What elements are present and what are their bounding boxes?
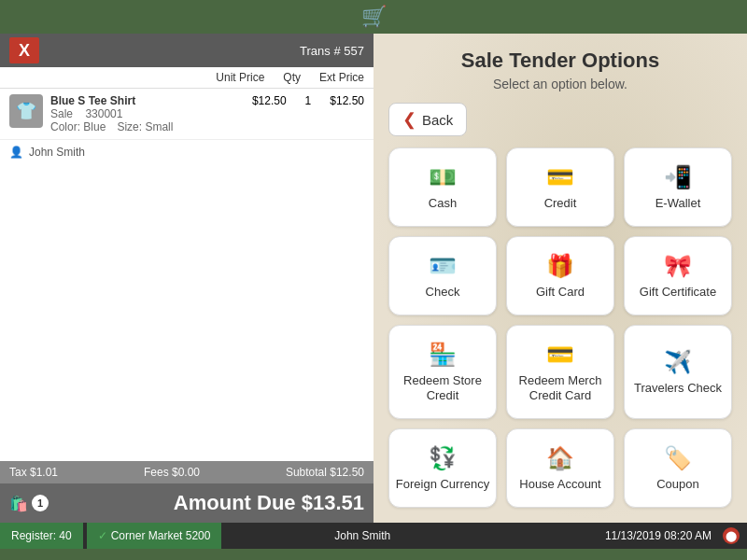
customer-row: 👤 John Smith	[0, 140, 374, 164]
fees-label: Fees $0.00	[144, 466, 200, 479]
option-icon-check: 🪪	[429, 253, 457, 279]
option-label-credit: Credit	[544, 196, 577, 211]
store-check-icon: ✓	[98, 529, 107, 542]
store-segment: ✓ Corner Market 5200	[87, 523, 222, 549]
option-label-check: Check	[426, 285, 460, 300]
option-icon-ewallet: 📲	[664, 164, 692, 190]
x-logo: X	[9, 37, 39, 63]
customer-name: John Smith	[29, 146, 85, 159]
item-name: Blue S Tee Shirt	[50, 94, 252, 107]
status-right: 11/13/2019 08:20 AM ⬤	[605, 527, 747, 544]
option-label-giftcert: Gift Certificate	[640, 285, 716, 300]
option-label-giftcard: Gift Card	[536, 285, 585, 300]
option-btn-redeemmerch[interactable]: 💳 Redeem Merch Credit Card	[506, 325, 614, 419]
price-row: $12.50 1 $12.50	[252, 94, 364, 107]
customer-icon: 👤	[9, 146, 23, 159]
back-label: Back	[422, 112, 453, 128]
option-icon-credit: 💳	[546, 164, 574, 190]
col-header-space	[9, 71, 216, 84]
option-btn-cash[interactable]: 💵 Cash	[388, 147, 497, 227]
option-btn-credit[interactable]: 💳 Credit	[506, 147, 614, 227]
amount-due-text: Amount Due $13.51	[174, 491, 364, 515]
right-panel: Sale Tender Options Select an option bel…	[374, 34, 747, 523]
qty-val: 1	[305, 94, 312, 107]
option-icon-foreigncurrency: 💱	[429, 445, 457, 471]
option-label-foreigncurrency: Foreign Currency	[396, 477, 489, 492]
col-qty: Qty	[283, 71, 301, 84]
option-btn-redeemstore[interactable]: 🏪 Redeem Store Credit	[388, 325, 497, 419]
subtotal-label: Subtotal $12.50	[286, 466, 364, 479]
col-unit-price: Unit Price	[216, 71, 264, 84]
item-attrs: Color: Blue Size: Small	[50, 120, 252, 133]
option-btn-travelerscheck[interactable]: ✈️ Travelers Check	[624, 325, 732, 419]
bag-badge: 1	[32, 495, 49, 511]
datetime-label: 11/13/2019 08:20 AM	[605, 529, 712, 542]
register-segment: Register: 40	[0, 523, 83, 549]
option-icon-houseaccount: 🏠	[546, 445, 574, 471]
back-button[interactable]: ❮ Back	[388, 103, 467, 136]
trans-info: Trans # 557	[300, 44, 364, 58]
option-icon-giftcard: 🎁	[546, 253, 574, 279]
column-headers: Unit Price Qty Ext Price	[0, 67, 374, 89]
left-footer: Tax $1.01 Fees $0.00 Subtotal $12.50	[0, 461, 374, 483]
unit-price-val: $12.50	[252, 94, 287, 107]
options-grid: 💵 Cash 💳 Credit 📲 E-Wallet 🪪 Check 🎁 Gif…	[388, 147, 732, 508]
option-label-redeemstore: Redeem Store Credit	[395, 373, 490, 402]
option-btn-giftcert[interactable]: 🎀 Gift Certificate	[624, 236, 732, 315]
status-bar: Register: 40 ✓ Corner Market 5200 John S…	[0, 523, 747, 549]
option-btn-check[interactable]: 🪪 Check	[388, 236, 497, 315]
option-icon-coupon: 🏷️	[664, 445, 692, 471]
amount-due-bar: 🛍️ 1 Amount Due $13.51	[0, 483, 374, 523]
option-label-cash: Cash	[429, 196, 457, 211]
option-icon-redeemstore: 🏪	[429, 342, 457, 368]
ext-price-val: $12.50	[330, 94, 364, 107]
left-header: X Trans # 557	[0, 34, 374, 67]
option-label-travelerscheck: Travelers Check	[634, 381, 722, 396]
item-row: 👕 Blue S Tee Shirt Sale 330001 Color: Bl…	[0, 89, 374, 140]
col-ext-price: Ext Price	[319, 71, 364, 84]
option-btn-coupon[interactable]: 🏷️ Coupon	[624, 428, 732, 508]
tax-label: Tax $1.01	[9, 466, 58, 479]
right-title: Sale Tender Options	[388, 49, 732, 73]
option-btn-houseaccount[interactable]: 🏠 House Account	[506, 428, 614, 508]
item-prices: $12.50 1 $12.50	[252, 94, 364, 107]
cashier-name: John Smith	[334, 529, 390, 542]
option-icon-cash: 💵	[429, 164, 457, 190]
option-label-houseaccount: House Account	[519, 477, 600, 492]
item-thumbnail: 👕	[9, 94, 43, 128]
option-btn-giftcard[interactable]: 🎁 Gift Card	[506, 236, 614, 315]
item-details: Blue S Tee Shirt Sale 330001 Color: Blue…	[50, 94, 252, 133]
item-sub: Sale 330001	[50, 107, 252, 120]
store-label: Corner Market 5200	[111, 529, 211, 542]
option-label-ewallet: E-Wallet	[655, 196, 701, 211]
option-icon-redeemmerch: 💳	[546, 342, 574, 368]
register-label: Register: 40	[11, 529, 72, 542]
right-subtitle: Select an option below.	[388, 77, 732, 91]
main-layout: X Trans # 557 Unit Price Qty Ext Price 👕…	[0, 34, 747, 523]
option-label-redeemmerch: Redeem Merch Credit Card	[513, 373, 608, 402]
cashier-segment: John Smith	[323, 523, 402, 549]
option-label-coupon: Coupon	[656, 477, 699, 492]
cart-icon: 🛒	[361, 5, 387, 29]
alert-icon: ⬤	[723, 527, 740, 544]
bag-icon: 🛍️	[9, 495, 28, 512]
option-icon-giftcert: 🎀	[664, 253, 692, 279]
bag-icon-area: 🛍️ 1	[9, 495, 49, 512]
left-spacer	[0, 164, 374, 461]
option-btn-foreigncurrency[interactable]: 💱 Foreign Currency	[388, 428, 497, 508]
left-panel: X Trans # 557 Unit Price Qty Ext Price 👕…	[0, 34, 374, 523]
top-bar: 🛒	[0, 0, 747, 34]
option-btn-ewallet[interactable]: 📲 E-Wallet	[624, 147, 732, 227]
back-arrow-icon: ❮	[402, 109, 416, 130]
option-icon-travelerscheck: ✈️	[664, 349, 692, 375]
